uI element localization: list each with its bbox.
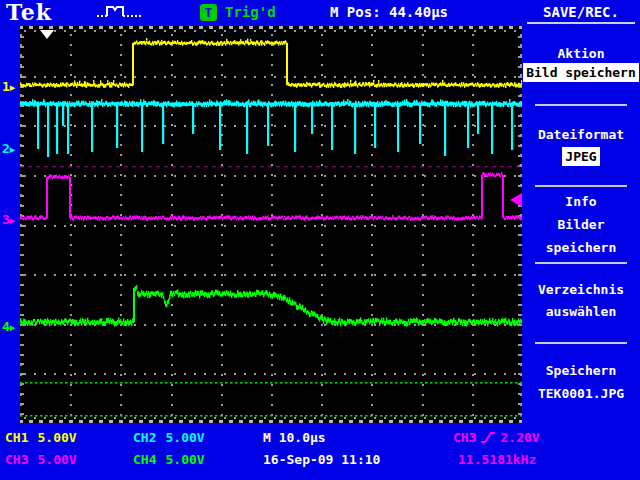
timebase-readout: M 10.0µs — [263, 430, 326, 445]
datetime-readout: 16-Sep-09 11:10 — [263, 452, 380, 467]
ch1-marker: 1▸ — [2, 79, 15, 96]
menu-action-value-button[interactable]: Bild speichern — [522, 62, 640, 82]
ch3-marker: 3▸ — [2, 212, 15, 229]
ch3-marker-arrow-icon: ▸ — [10, 214, 16, 227]
trigger-readout: CH32.20V — [453, 430, 540, 445]
ch3-scale-readout: CH35.00V — [5, 452, 77, 467]
ch4-marker: 4▸ — [2, 319, 15, 336]
menu-divider — [535, 185, 627, 187]
ch4-scale-readout: CH45.00V — [133, 452, 205, 467]
acquisition-waveform-icon — [96, 3, 142, 21]
status-bar: Tek T Trig'd M Pos: 44.40µs — [0, 0, 522, 26]
save-rec-menu: SAVE/REC. Aktion Bild speichern Dateifor… — [522, 0, 640, 423]
oscilloscope-screen: 1▸ 2▸ 3▸ 4▸ Tek T Trig'd M Pos: 44.40µs … — [0, 0, 640, 480]
ch1-marker-arrow-icon: ▸ — [10, 81, 16, 94]
readout-bar: CH15.00V CH25.00V M 10.0µs CH32.20V CH35… — [0, 423, 640, 480]
ch2-scale-readout: CH25.00V — [133, 430, 205, 445]
menu-select-dir-button-line1[interactable]: Verzeichnis — [522, 282, 640, 297]
menu-format-label: Dateiformat — [522, 127, 640, 142]
trigger-status: Trig'd — [225, 4, 276, 20]
rising-slope-icon — [480, 431, 496, 444]
menu-info-button-line3[interactable]: speichern — [522, 240, 640, 255]
menu-save-button-label[interactable]: Speichern — [522, 363, 640, 378]
trigger-frequency-readout: 11.5181kHz — [458, 452, 536, 467]
menu-action-label: Aktion — [522, 46, 640, 61]
ch1-scale-readout: CH15.00V — [5, 430, 77, 445]
ch2-marker: 2▸ — [2, 141, 15, 158]
menu-title-underline — [527, 22, 635, 24]
waveform-display — [20, 26, 522, 423]
menu-format-value-button[interactable]: JPEG — [522, 146, 640, 166]
menu-title: SAVE/REC. — [522, 4, 640, 20]
trigger-icon: T — [200, 4, 217, 21]
menu-info-button-line1[interactable]: Info — [522, 194, 640, 209]
menu-divider — [535, 262, 627, 264]
menu-divider — [535, 104, 627, 106]
ch4-marker-arrow-icon: ▸ — [10, 321, 16, 334]
menu-info-button-line2[interactable]: Bilder — [522, 217, 640, 232]
horizontal-position-readout: M Pos: 44.40µs — [330, 4, 448, 20]
ch2-marker-arrow-icon: ▸ — [10, 143, 16, 156]
menu-select-dir-button-line2[interactable]: auswählen — [522, 304, 640, 319]
menu-save-filename: TEK0001.JPG — [522, 386, 640, 401]
tek-logo: Tek — [6, 0, 52, 25]
menu-divider — [535, 342, 627, 344]
